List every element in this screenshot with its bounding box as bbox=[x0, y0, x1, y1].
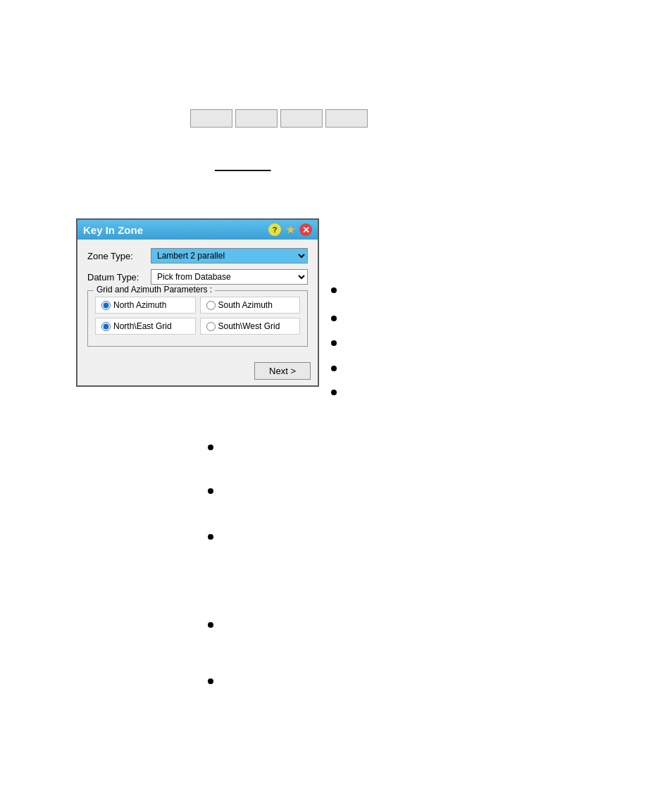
zone-type-label: Zone Type: bbox=[87, 251, 151, 261]
datum-type-row: Datum Type: Pick from Database bbox=[87, 269, 308, 285]
toolbar-btn-2[interactable] bbox=[235, 109, 278, 128]
south-azimuth-radio[interactable] bbox=[206, 301, 216, 310]
zone-type-select[interactable]: Lambert 2 parallel bbox=[151, 248, 308, 264]
close-icon[interactable]: ✕ bbox=[299, 223, 312, 236]
bullet-right-4 bbox=[331, 364, 342, 371]
key-in-zone-dialog: Key In Zone ? ★ ✕ Zone Type: Lambert 2 p… bbox=[76, 218, 319, 387]
bullet-dot bbox=[208, 678, 213, 684]
next-button[interactable]: Next > bbox=[254, 362, 311, 380]
bullet-dot bbox=[331, 390, 337, 395]
zone-type-row: Zone Type: Lambert 2 parallel bbox=[87, 248, 308, 264]
south-azimuth-option[interactable]: South Azimuth bbox=[200, 297, 301, 314]
north-azimuth-option[interactable]: North Azimuth bbox=[95, 297, 196, 314]
link-text[interactable]: ___________ bbox=[215, 161, 271, 171]
south-west-grid-option[interactable]: South\West Grid bbox=[200, 318, 301, 335]
toolbar bbox=[190, 109, 368, 128]
bullet-dot bbox=[331, 340, 337, 346]
datum-type-select[interactable]: Pick from Database bbox=[151, 269, 308, 285]
bullet-dot bbox=[331, 287, 337, 293]
bullet-dot bbox=[331, 366, 337, 371]
bullet-bottom-3 bbox=[208, 532, 219, 540]
north-azimuth-label: North Azimuth bbox=[113, 300, 166, 310]
star-icon[interactable]: ★ bbox=[284, 223, 297, 236]
north-east-grid-label: North\East Grid bbox=[113, 321, 172, 331]
bullet-bottom-1 bbox=[208, 442, 219, 450]
azimuth-row: North Azimuth South Azimuth bbox=[95, 297, 300, 314]
bullet-dot bbox=[331, 316, 337, 321]
south-west-grid-radio[interactable] bbox=[206, 322, 216, 331]
toolbar-btn-1[interactable] bbox=[190, 109, 232, 128]
bullet-dot bbox=[208, 622, 213, 628]
bullet-dot bbox=[208, 488, 213, 494]
dialog-title: Key In Zone bbox=[83, 224, 268, 236]
bullet-bottom-4 bbox=[208, 620, 219, 628]
bullet-right-5 bbox=[331, 388, 342, 395]
bullet-bottom-5 bbox=[208, 676, 219, 684]
help-icon[interactable]: ? bbox=[268, 223, 281, 236]
north-east-grid-radio[interactable] bbox=[101, 322, 111, 331]
dialog-body: Zone Type: Lambert 2 parallel Datum Type… bbox=[77, 240, 318, 359]
bullet-dot bbox=[208, 534, 213, 540]
north-azimuth-radio[interactable] bbox=[101, 301, 111, 310]
bullet-right-2 bbox=[331, 314, 342, 321]
grid-azimuth-group: Grid and Azimuth Parameters : North Azim… bbox=[87, 290, 308, 347]
south-azimuth-label: South Azimuth bbox=[218, 300, 273, 310]
bullet-right-1 bbox=[331, 285, 342, 293]
toolbar-btn-4[interactable] bbox=[325, 109, 368, 128]
bullet-bottom-2 bbox=[208, 486, 219, 494]
bullet-dot bbox=[208, 445, 213, 450]
north-east-grid-option[interactable]: North\East Grid bbox=[95, 318, 196, 335]
group-box-legend: Grid and Azimuth Parameters : bbox=[94, 285, 215, 294]
dialog-footer: Next > bbox=[77, 359, 318, 385]
grid-row: North\East Grid South\West Grid bbox=[95, 318, 300, 335]
south-west-grid-label: South\West Grid bbox=[218, 321, 280, 331]
toolbar-btn-3[interactable] bbox=[280, 109, 323, 128]
dialog-titlebar: Key In Zone ? ★ ✕ bbox=[77, 220, 318, 240]
bullet-right-3 bbox=[331, 338, 342, 346]
dialog-title-icons: ? ★ ✕ bbox=[268, 223, 312, 236]
datum-type-label: Datum Type: bbox=[87, 272, 151, 283]
